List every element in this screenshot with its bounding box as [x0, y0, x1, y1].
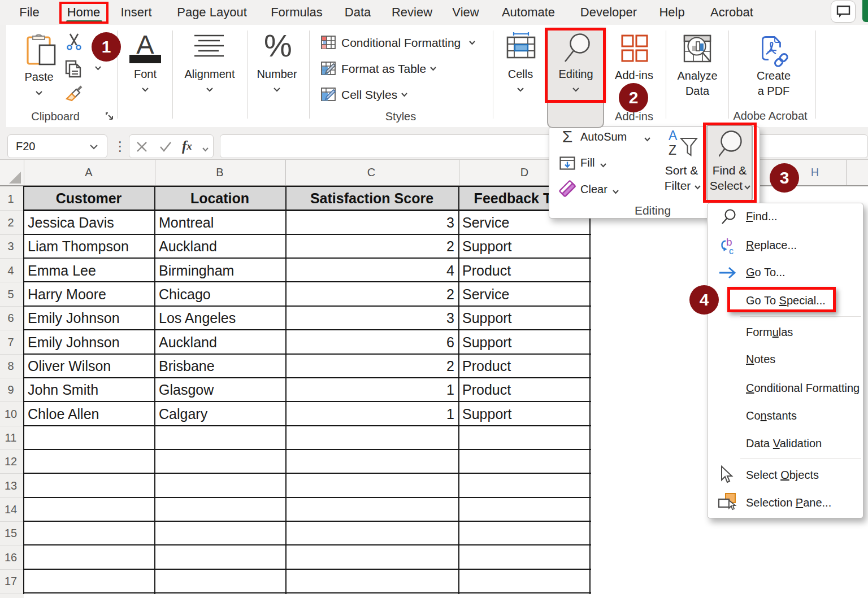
svg-text:c: c — [729, 246, 734, 256]
svg-text:A: A — [669, 128, 678, 143]
svg-text:Z: Z — [669, 143, 676, 158]
